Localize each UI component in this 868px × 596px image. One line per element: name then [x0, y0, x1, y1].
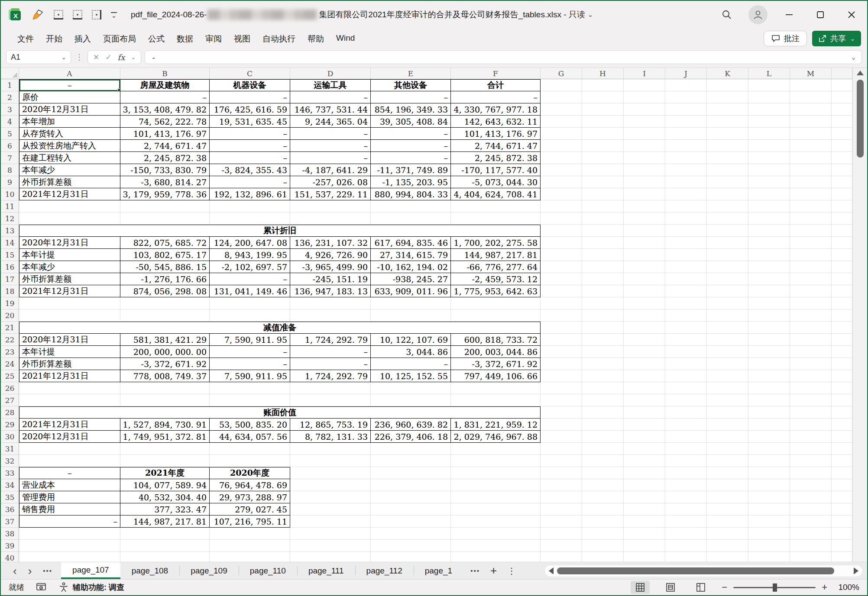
column-header-C[interactable]: C — [210, 68, 290, 79]
cell-A32[interactable] — [19, 455, 120, 467]
cell-E5[interactable]: – — [371, 128, 451, 140]
cell-B23[interactable]: 200, 000, 000. 00 — [120, 346, 210, 358]
menu-item-页面布局[interactable]: 页面布局 — [97, 31, 142, 47]
cell-H25[interactable] — [582, 370, 624, 382]
cell-K34[interactable] — [707, 479, 748, 491]
cell-G17[interactable] — [541, 273, 582, 285]
cell-M9[interactable] — [790, 176, 832, 188]
cell-D39[interactable] — [290, 540, 371, 552]
cell-I10[interactable] — [624, 188, 665, 200]
cell-A12[interactable] — [19, 213, 120, 225]
cell-I21[interactable] — [624, 322, 665, 334]
zoom-out-button[interactable]: − — [722, 582, 727, 593]
cell-F38[interactable] — [451, 528, 541, 540]
cell-E12[interactable] — [371, 213, 451, 225]
cell-M14[interactable] — [790, 237, 832, 249]
row-header-14[interactable]: 14 — [1, 237, 19, 249]
cell-K8[interactable] — [707, 164, 748, 176]
cell-C24[interactable]: – — [210, 358, 290, 370]
cell-I22[interactable] — [624, 334, 665, 346]
cell-F22[interactable]: 600, 818, 733. 72 — [451, 334, 541, 346]
cell-E17[interactable]: -938, 245. 27 — [371, 273, 451, 285]
cell-B32[interactable] — [120, 455, 210, 467]
cell-D6[interactable]: – — [290, 140, 371, 152]
excel-app-icon[interactable]: X — [9, 8, 22, 21]
cell-L33[interactable] — [748, 467, 790, 479]
cell-K40[interactable] — [707, 552, 748, 562]
cell-G19[interactable] — [541, 297, 582, 309]
row-header-37[interactable]: 37 — [1, 515, 19, 528]
row-header-4[interactable]: 4 — [1, 116, 19, 128]
cell-C38[interactable] — [210, 528, 290, 540]
cell-M17[interactable] — [790, 273, 832, 285]
select-all-corner[interactable] — [1, 68, 19, 79]
row-header-22[interactable]: 22 — [1, 334, 19, 346]
column-header-L[interactable]: L — [748, 68, 790, 79]
cell-H29[interactable] — [582, 419, 624, 431]
cell-C12[interactable] — [210, 213, 290, 225]
cell-D31[interactable] — [290, 443, 371, 455]
insert-function-icon[interactable]: fx — [118, 53, 125, 62]
row-header-25[interactable]: 25 — [1, 370, 19, 382]
cell-C26[interactable] — [210, 382, 290, 394]
cell-D23[interactable]: – — [290, 346, 371, 358]
row-header-11[interactable]: 11 — [1, 200, 19, 213]
row-header-28[interactable]: 28 — [1, 406, 19, 419]
cell-M21[interactable] — [790, 322, 832, 334]
cell-I9[interactable] — [624, 176, 665, 188]
menu-item-插入[interactable]: 插入 — [68, 31, 97, 47]
cell-B15[interactable]: 103, 802, 675. 17 — [120, 249, 210, 261]
cell-B3[interactable]: 3, 153, 408, 479. 82 — [120, 103, 210, 116]
cell-C16[interactable]: -2, 102, 697. 57 — [210, 261, 290, 273]
cell-G29[interactable] — [541, 419, 582, 431]
cell-E39[interactable] — [371, 540, 451, 552]
cell-J6[interactable] — [665, 140, 707, 152]
cell-L30[interactable] — [748, 431, 790, 443]
formula-input[interactable]: - ⌄ — [145, 50, 862, 64]
cell-A20[interactable] — [19, 309, 120, 322]
cell-B6[interactable]: 2, 744, 671. 47 — [120, 140, 210, 152]
cell-J24[interactable] — [665, 358, 707, 370]
vertical-scroll-thumb[interactable] — [857, 80, 864, 158]
cell-H32[interactable] — [582, 455, 624, 467]
cell-E22[interactable]: 10, 122, 107. 69 — [371, 334, 451, 346]
cell-M6[interactable] — [790, 140, 832, 152]
cell-E32[interactable] — [371, 455, 451, 467]
cell-K11[interactable] — [707, 200, 748, 213]
cell-D8[interactable]: -4, 187, 641. 29 — [290, 164, 371, 176]
cell-M27[interactable] — [790, 394, 832, 406]
cell-A22[interactable]: 2020年12月31日 — [19, 334, 120, 346]
cell-A7[interactable]: 在建工程转入 — [19, 152, 120, 164]
cell-G38[interactable] — [541, 528, 582, 540]
row-header-35[interactable]: 35 — [1, 491, 19, 503]
cell-F32[interactable] — [451, 455, 541, 467]
cell-I4[interactable] — [624, 116, 665, 128]
right-border-icon[interactable] — [92, 10, 101, 19]
cell-E9[interactable]: -1, 135, 203. 95 — [371, 176, 451, 188]
cell-B26[interactable] — [120, 382, 210, 394]
cancel-entry-icon[interactable]: ✕ — [93, 53, 99, 62]
cell-A38[interactable] — [19, 528, 120, 540]
column-header-I[interactable]: I — [624, 68, 665, 79]
cell-I25[interactable] — [624, 370, 665, 382]
cell-D26[interactable] — [290, 382, 371, 394]
cell-C11[interactable] — [210, 200, 290, 213]
cell-M37[interactable] — [790, 515, 832, 528]
cell-K3[interactable] — [707, 103, 748, 116]
cell-F36[interactable] — [451, 503, 541, 515]
cell-I26[interactable] — [624, 382, 665, 394]
cell-K22[interactable] — [707, 334, 748, 346]
cell-J25[interactable] — [665, 370, 707, 382]
cell-M4[interactable] — [790, 116, 832, 128]
cell-G3[interactable] — [541, 103, 582, 116]
column-header-F[interactable]: F — [451, 68, 541, 79]
next-sheet-icon[interactable]: › — [28, 565, 32, 577]
cell-M1[interactable] — [790, 79, 832, 91]
more-sheets-icon[interactable]: ••• — [470, 567, 480, 574]
prev-sheet-icon[interactable]: ‹ — [13, 565, 17, 577]
cell-K4[interactable] — [707, 116, 748, 128]
cell-G24[interactable] — [541, 358, 582, 370]
cell-H24[interactable] — [582, 358, 624, 370]
cell-J40[interactable] — [665, 552, 707, 562]
cell-K19[interactable] — [707, 297, 748, 309]
